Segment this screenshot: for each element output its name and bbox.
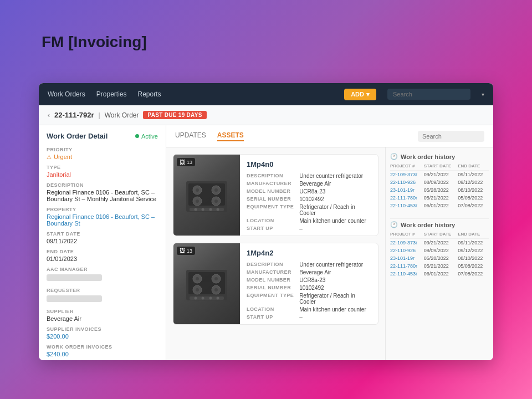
work-order-invoices-label: WORK ORDER INVOICES	[47, 344, 158, 350]
supplier-field: SUPPLIER Beverage Air	[47, 309, 158, 322]
requester-field: REQUESTER	[47, 288, 158, 304]
svg-point-7	[214, 188, 218, 192]
svg-point-28	[209, 297, 212, 300]
priority-label: PRIORITY	[47, 147, 158, 152]
back-arrow[interactable]: ‹	[48, 111, 50, 119]
start-date-field: START DATE 09/11/2022	[47, 231, 158, 244]
history-row: 22-110-453r 06/01/2022 07/08/2022	[390, 270, 489, 278]
property-field: PROPERTY Regional Finance 0106 - Beaufor…	[47, 207, 158, 227]
supplier-invoices-value[interactable]: $200.00	[47, 333, 158, 340]
type-label: TYPE	[47, 165, 158, 170]
supplier-label: SUPPLIER	[47, 309, 158, 314]
history-table-1: PROJECT #START DATEEND DATE 22-109-373r …	[390, 232, 489, 278]
history-row: 22-110-926 08/09/2022 09/12/2022	[390, 247, 489, 254]
status-dot	[135, 134, 139, 138]
history-row: 22-110-453r 06/01/2022 07/08/2022	[390, 202, 489, 209]
svg-point-29	[217, 297, 219, 300]
svg-point-24	[214, 288, 218, 291]
panel-title: Work Order Detail	[47, 132, 108, 140]
app-title: FM [Invoicing]	[42, 33, 147, 51]
requester-value	[47, 295, 102, 302]
type-value: Janitorial	[47, 171, 158, 178]
left-panel: Work Order Detail Active PRIORITY Urgent…	[39, 125, 166, 360]
search-input[interactable]	[387, 89, 470, 100]
history-row: 22-109-373r 09/21/2022 09/11/2022	[390, 239, 489, 247]
end-date-field: END DATE 01/01/2023	[47, 249, 158, 262]
priority-field: PRIORITY Urgent	[47, 147, 158, 160]
work-order-invoices-value[interactable]: $240.00	[47, 351, 158, 357]
history-row: 23-101-19r 05/28/2022 08/10/2022	[390, 254, 489, 262]
asset-name-0: 1Mp4n0	[247, 160, 371, 168]
supplier-invoices-label: SUPPLIER INVOICES	[47, 326, 158, 332]
priority-value: Urgent	[47, 154, 158, 160]
asset-image-0[interactable]: 🖼 13	[173, 155, 240, 236]
svg-point-21	[196, 277, 199, 280]
start-date-value: 09/11/2022	[47, 238, 158, 244]
supplier-value: Beverage Air	[47, 315, 158, 322]
svg-point-11	[195, 208, 197, 211]
tab-updates[interactable]: UPDATES	[175, 131, 206, 141]
nav-reports[interactable]: Reports	[138, 90, 161, 98]
property-value[interactable]: Regional Finance 0106 - Beaufort, SC – B…	[47, 213, 158, 227]
past-due-badge: PAST DUE 19 DAYS	[143, 111, 206, 119]
asset-details-1: 1Mp4n2 DESCRIPTION Under counter refrige…	[240, 243, 378, 324]
history-section-0: 🕐 Work order history PROJECT #START DATE…	[390, 153, 489, 209]
main-window: Work Orders Properties Reports ADD ▾ ▾ ‹…	[39, 83, 493, 360]
image-badge-0: 🖼 13	[177, 158, 195, 166]
start-date-label: START DATE	[47, 231, 158, 237]
svg-point-12	[202, 208, 204, 211]
asset-card-0: 🖼 13 1Mp4n0 DESCRIPTION Under counter re…	[173, 154, 378, 236]
asset-image-1[interactable]: 🖼 13	[173, 243, 240, 324]
aac-manager-value	[47, 274, 102, 281]
history-table-0: PROJECT #START DATEEND DATE 22-109-373r …	[390, 163, 489, 209]
history-row: 22-109-373r 09/21/2022 09/11/2022	[390, 171, 489, 179]
history-row: 23-101-19r 05/28/2022 08/10/2022	[390, 186, 489, 194]
svg-point-23	[196, 288, 199, 291]
add-button[interactable]: ADD ▾	[344, 89, 376, 100]
image-badge-1: 🖼 13	[177, 247, 195, 255]
history-title-0: 🕐 Work order history	[390, 153, 489, 160]
history-section-1: 🕐 Work order history PROJECT #START DATE…	[390, 221, 489, 278]
property-label: PROPERTY	[47, 207, 158, 212]
svg-point-27	[202, 297, 204, 300]
nav-bar: Work Orders Properties Reports ADD ▾ ▾	[39, 83, 493, 105]
supplier-invoices-field: SUPPLIER INVOICES $200.00	[47, 326, 158, 340]
right-panel: UPDATES ASSETS	[166, 125, 493, 360]
end-date-label: END DATE	[47, 249, 158, 254]
aac-manager-field: AAC MANAGER	[47, 267, 158, 283]
nav-work-orders[interactable]: Work Orders	[48, 90, 85, 98]
description-field: DESCRIPTION Regional Finance 0106 - Beau…	[47, 182, 158, 202]
breadcrumb-separator: |	[99, 111, 100, 119]
svg-point-8	[196, 200, 199, 203]
aac-manager-label: AAC MANAGER	[47, 267, 158, 272]
nav-properties[interactable]: Properties	[96, 90, 127, 98]
type-field: TYPE Janitorial	[47, 165, 158, 178]
history-title-1: 🕐 Work order history	[390, 221, 489, 228]
tabs-bar: UPDATES ASSETS	[166, 125, 493, 147]
svg-point-13	[209, 208, 212, 211]
work-order-id: 22-111-792r	[54, 111, 94, 119]
dropdown-arrow: ▾	[482, 91, 484, 98]
asset-card-1: 🖼 13 1Mp4n2 DESCRIPTION Under counter re…	[173, 243, 378, 325]
asset-details-0: 1Mp4n0 DESCRIPTION Under counter refrige…	[240, 155, 378, 236]
status-badge: Active	[135, 133, 158, 140]
history-row: 22-111-780r 05/21/2022 05/08/2022	[390, 262, 489, 270]
tab-search-input[interactable]	[418, 131, 484, 142]
work-order-invoices-field: WORK ORDER INVOICES $240.00	[47, 344, 158, 357]
work-order-history-panel: 🕐 Work order history PROJECT #START DATE…	[385, 147, 493, 360]
svg-point-14	[217, 208, 219, 211]
history-row: 22-111-780r 05/21/2022 05/08/2022	[390, 194, 489, 202]
requester-label: REQUESTER	[47, 288, 158, 293]
breadcrumb: ‹ 22-111-792r | Work Order PAST DUE 19 D…	[39, 105, 493, 125]
svg-point-26	[195, 297, 197, 300]
svg-point-22	[214, 277, 218, 280]
svg-point-9	[214, 200, 218, 203]
tab-assets[interactable]: ASSETS	[217, 131, 244, 141]
breadcrumb-type: Work Order	[105, 111, 139, 119]
assets-content: 🖼 13 1Mp4n0 DESCRIPTION Under counter re…	[166, 147, 493, 360]
asset-name-1: 1Mp4n2	[247, 249, 371, 257]
history-row: 22-110-926 08/09/2022 09/12/2022	[390, 178, 489, 186]
end-date-value: 01/01/2023	[47, 255, 158, 262]
description-value: Regional Finance 0106 - Beaufort, SC – B…	[47, 189, 158, 202]
description-label: DESCRIPTION	[47, 182, 158, 188]
